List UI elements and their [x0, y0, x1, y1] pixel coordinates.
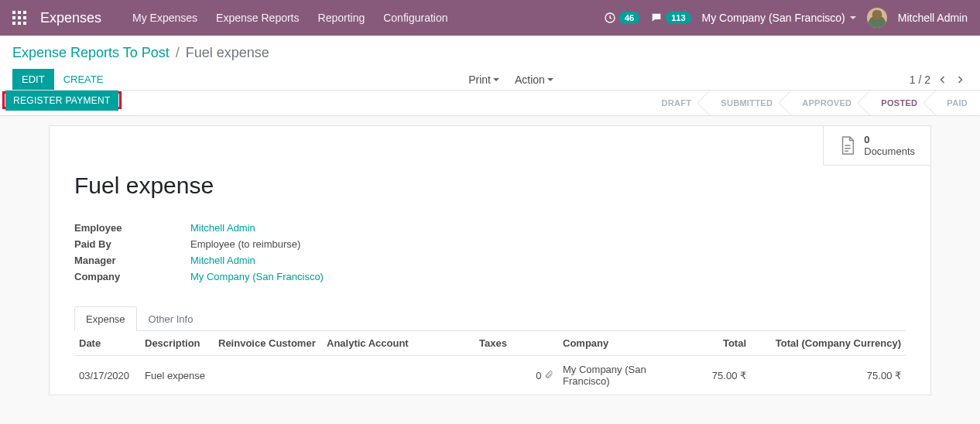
create-button[interactable]: Create — [54, 69, 113, 90]
documents-button[interactable]: 0 Documents — [823, 126, 930, 166]
top-nav: My Expenses Expense Reports Reporting Co… — [132, 12, 604, 24]
label-manager: Manager — [74, 255, 190, 266]
cell-attachments: 0 — [512, 356, 558, 395]
record-title: Fuel expense — [74, 173, 906, 199]
breadcrumb-parent[interactable]: Expense Reports To Post — [12, 45, 170, 61]
expense-lines-table: Date Description Reinvoice Customer Anal… — [74, 331, 906, 395]
table-row[interactable]: 03/17/2020 Fuel expense 0 My Company (Sa… — [74, 356, 906, 395]
chevron-down-icon — [547, 78, 553, 81]
label-paid-by: Paid By — [74, 238, 190, 250]
stage-paid[interactable]: PAID — [930, 91, 980, 115]
cell-reinvoice — [214, 356, 322, 395]
messaging-count: 113 — [666, 12, 690, 24]
status-stages: DRAFT SUBMITTED APPROVED POSTED PAID — [645, 91, 981, 115]
user-menu[interactable]: Mitchell Admin — [898, 12, 968, 24]
cell-analytic — [322, 356, 469, 395]
register-payment-button[interactable]: Register Payment — [5, 91, 118, 111]
top-navbar: Expenses My Expenses Expense Reports Rep… — [0, 0, 980, 36]
attach-count: 0 — [536, 370, 541, 381]
print-label: Print — [468, 74, 491, 86]
module-title[interactable]: Expenses — [40, 10, 101, 26]
col-reinvoice: Reinvoice Customer — [214, 331, 322, 356]
col-date: Date — [74, 331, 140, 356]
nav-configuration[interactable]: Configuration — [383, 12, 447, 24]
stage-approved[interactable]: APPROVED — [785, 91, 864, 115]
col-company: Company — [558, 331, 673, 356]
avatar[interactable] — [867, 8, 887, 28]
col-taxes: Taxes — [469, 331, 512, 356]
messaging-indicator[interactable]: 113 — [650, 12, 690, 24]
stage-posted[interactable]: POSTED — [864, 91, 930, 115]
value-manager[interactable]: Mitchell Admin — [190, 255, 906, 266]
label-company: Company — [74, 271, 190, 282]
documents-count: 0 — [864, 134, 915, 145]
paperclip-icon[interactable] — [544, 370, 553, 381]
stage-submitted[interactable]: SUBMITTED — [704, 91, 785, 115]
print-dropdown[interactable]: Print — [468, 74, 499, 86]
clock-icon — [604, 12, 616, 24]
chevron-down-icon — [850, 16, 856, 19]
tab-expense[interactable]: Expense — [74, 306, 137, 331]
nav-expense-reports[interactable]: Expense Reports — [216, 12, 299, 24]
table-header-row: Date Description Reinvoice Customer Anal… — [74, 331, 906, 356]
cell-total-cc: 75.00 ₹ — [751, 356, 906, 395]
notebook-tabs: Expense Other Info — [74, 306, 906, 331]
value-company[interactable]: My Company (San Francisco) — [190, 271, 906, 282]
cell-company: My Company (San Francisco) — [558, 356, 673, 395]
stage-draft[interactable]: DRAFT — [645, 91, 704, 115]
col-total-cc: Total (Company Currency) — [751, 331, 906, 356]
action-dropdown[interactable]: Action — [515, 74, 553, 86]
pager: 1 / 2 — [910, 74, 968, 86]
label-employee: Employee — [74, 222, 190, 234]
nav-my-expenses[interactable]: My Expenses — [132, 12, 197, 24]
activity-count: 46 — [619, 12, 639, 24]
control-panel: Expense Reports To Post / Fuel expense E… — [0, 36, 980, 90]
tab-other-info[interactable]: Other Info — [137, 306, 205, 331]
value-employee[interactable]: Mitchell Admin — [190, 222, 906, 234]
col-analytic: Analytic Account — [322, 331, 469, 356]
top-right: 46 113 My Company (San Francisco) Mitche… — [604, 8, 968, 28]
col-total: Total — [673, 331, 751, 356]
cell-total: 75.00 ₹ — [673, 356, 751, 395]
record-fields: Employee Mitchell Admin Paid By Employee… — [74, 222, 906, 282]
controls-row: Edit Create Print Action 1 / 2 — [12, 69, 968, 90]
edit-button[interactable]: Edit — [12, 69, 54, 90]
apps-icon[interactable] — [12, 11, 26, 25]
documents-label: Documents — [864, 145, 915, 157]
pager-next-icon[interactable] — [955, 74, 965, 85]
breadcrumb-current: Fuel expense — [186, 45, 269, 61]
chevron-down-icon — [493, 78, 499, 81]
status-bar: Register Payment DRAFT SUBMITTED APPROVE… — [0, 90, 980, 116]
form-sheet: 0 Documents Fuel expense Employee Mitche… — [49, 125, 931, 395]
highlight-box: Register Payment — [2, 91, 122, 109]
chat-icon — [650, 12, 663, 24]
pager-prev-icon[interactable] — [938, 74, 947, 85]
breadcrumb-separator: / — [176, 45, 180, 61]
nav-reporting[interactable]: Reporting — [318, 12, 365, 24]
action-label: Action — [515, 74, 545, 86]
company-name: My Company (San Francisco) — [702, 12, 845, 24]
value-paid-by: Employee (to reimburse) — [190, 238, 906, 250]
document-icon — [839, 135, 856, 156]
cell-date: 03/17/2020 — [74, 356, 140, 395]
cell-description: Fuel expense — [140, 356, 214, 395]
col-description: Description — [140, 331, 214, 356]
col-attach — [512, 331, 558, 356]
cell-taxes — [469, 356, 512, 395]
activity-indicator[interactable]: 46 — [604, 12, 639, 24]
breadcrumb: Expense Reports To Post / Fuel expense — [12, 45, 968, 61]
company-switcher[interactable]: My Company (San Francisco) — [702, 12, 856, 24]
pager-value[interactable]: 1 / 2 — [910, 74, 930, 86]
